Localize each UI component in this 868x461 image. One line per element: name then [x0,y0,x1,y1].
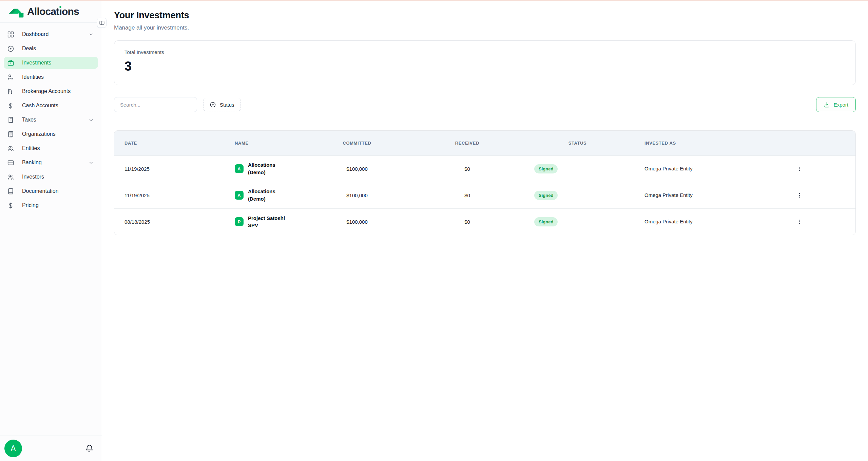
column-header-committed: COMMITTED [302,131,412,155]
chevron-down-icon [88,117,94,123]
column-header-name: NAME [225,131,302,155]
invested-as-text: Omega Private Entity [644,165,694,173]
table-row[interactable]: 11/19/2025AAllocations (Demo)$100,000$0S… [114,182,855,208]
row-menu-button[interactable] [794,164,805,174]
dashboard-icon [7,31,14,38]
book-icon [7,187,14,195]
cell-committed: $100,000 [302,155,412,182]
status-badge: Signed [534,217,558,226]
row-menu-button[interactable] [794,217,805,227]
cell-date: 08/18/2025 [114,208,225,235]
users-icon [7,145,14,152]
sidebar-item-investors[interactable]: Investors [4,171,98,183]
total-investments-card: Total Investments 3 [114,40,856,85]
sidebar-item-label: Cash Accounts [22,103,58,109]
sidebar-item-brokerage-accounts[interactable]: Brokerage Accounts [4,85,98,97]
investments-table: DATE NAME COMMITTED RECEIVED STATUS INVE… [114,130,856,235]
sidebar-item-label: Entities [22,145,40,151]
sidebar-item-label: Banking [22,160,42,166]
kebab-menu-icon [796,192,803,199]
column-header-actions [743,131,855,155]
receipt-icon [7,116,14,124]
export-label: Export [834,102,848,108]
sidebar-item-label: Organizations [22,131,56,137]
plus-circle-icon [210,102,216,108]
sidebar-item-deals[interactable]: Deals [4,42,98,55]
brand-name: Allocatıons [27,6,79,17]
sidebar: Allocatıons DashboardDealsInvestmentsIde… [0,1,102,461]
cell-name: PProject Satoshi SPV [225,208,302,235]
sidebar-item-label: Pricing [22,202,39,208]
cell-status: Signed [522,208,633,235]
sidebar-item-label: Dashboard [22,31,49,37]
panel-toggle-icon [99,20,105,26]
sidebar-item-cash-accounts[interactable]: Cash Accounts [4,99,98,112]
cell-received: $0 [412,182,522,208]
credit-card-icon [7,159,14,166]
cell-status: Signed [522,155,633,182]
cell-invested-as: Omega Private Entity [633,208,743,235]
cell-actions [743,182,855,208]
column-header-status: STATUS [522,131,633,155]
sidebar-item-documentation[interactable]: Documentation [4,185,98,197]
users-icon [7,173,14,181]
status-badge: Signed [534,191,558,200]
investment-name: Allocations (Demo) [248,188,293,203]
cell-actions [743,155,855,182]
sidebar-item-investments[interactable]: Investments [4,57,98,69]
download-icon [824,102,830,108]
briefcase-icon [7,59,14,67]
chevron-down-icon [88,32,94,37]
sidebar-item-label: Deals [22,45,36,52]
cell-status: Signed [522,182,633,208]
cell-invested-as: Omega Private Entity [633,182,743,208]
sidebar-item-pricing[interactable]: Pricing [4,199,98,211]
cell-name: AAllocations (Demo) [225,182,302,208]
bell-icon [85,444,94,453]
filter-row: Status Export [114,97,856,112]
chevron-down-icon [88,160,94,166]
notifications-button[interactable] [85,444,94,453]
table-row[interactable]: 08/18/2025PProject Satoshi SPV$100,000$0… [114,208,855,235]
status-filter-button[interactable]: Status [203,98,241,111]
sidebar-item-entities[interactable]: Entities [4,142,98,154]
investment-name: Allocations (Demo) [248,161,293,176]
user-check-icon [7,73,14,81]
cell-actions [743,208,855,235]
cell-committed: $100,000 [302,182,412,208]
invested-as-text: Omega Private Entity [644,191,694,199]
chart-icon [7,88,14,95]
dollar-icon [7,102,14,109]
sidebar-nav: DashboardDealsInvestmentsIdentitiesBroke… [0,23,102,436]
page-title: Your Investments [114,10,856,21]
export-button[interactable]: Export [816,97,856,112]
page-subtitle: Manage all your investments. [114,24,856,31]
sidebar-item-organizations[interactable]: Organizations [4,128,98,140]
main-content: Your Investments Manage all your investm… [102,1,868,461]
sidebar-item-label: Investments [22,60,51,66]
sidebar-footer: A [0,436,102,461]
investment-avatar: P [235,217,244,226]
sidebar-item-label: Documentation [22,188,59,194]
row-menu-button[interactable] [794,190,805,201]
sidebar-item-dashboard[interactable]: Dashboard [4,28,98,40]
status-filter-label: Status [220,102,234,108]
table-row[interactable]: 11/19/2025AAllocations (Demo)$100,000$0S… [114,155,855,182]
search-input[interactable] [114,97,197,112]
sidebar-item-identities[interactable]: Identities [4,71,98,83]
cell-date: 11/19/2025 [114,155,225,182]
sidebar-collapse-button[interactable] [97,18,107,28]
cell-invested-as: Omega Private Entity [633,155,743,182]
total-investments-label: Total Investments [124,49,845,55]
user-avatar[interactable]: A [4,440,22,457]
sidebar-item-banking[interactable]: Banking [4,156,98,169]
column-header-received: RECEIVED [412,131,522,155]
sidebar-item-taxes[interactable]: Taxes [4,114,98,126]
table-header-row: DATE NAME COMMITTED RECEIVED STATUS INVE… [114,131,855,155]
cell-committed: $100,000 [302,208,412,235]
kebab-menu-icon [796,166,803,172]
kebab-menu-icon [796,219,803,225]
status-badge: Signed [534,164,558,173]
cell-received: $0 [412,155,522,182]
brand[interactable]: Allocatıons [0,1,102,23]
